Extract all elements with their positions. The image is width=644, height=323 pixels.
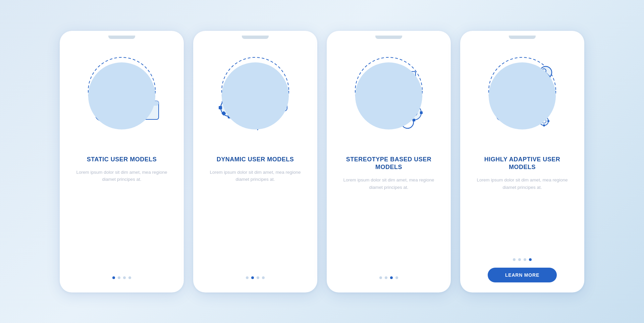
dot-4 bbox=[128, 276, 131, 279]
card-desc-highly-adaptive: Lorem ipsum dolor sit dim amet, mea regi… bbox=[460, 176, 584, 251]
illustration-highly-adaptive bbox=[460, 39, 584, 153]
illustration-static: <i> bbox=[60, 39, 184, 153]
dots-dynamic bbox=[246, 276, 265, 279]
svg-rect-21 bbox=[219, 106, 222, 109]
phone-notch-3 bbox=[375, 36, 402, 39]
phone-notch-2 bbox=[242, 36, 269, 39]
card-title-highly-adaptive: HIGHLY ADAPTIVE USER MODELS bbox=[460, 156, 584, 171]
blue-circle-4 bbox=[489, 62, 556, 129]
phone-notch-1 bbox=[108, 36, 135, 39]
dot-3 bbox=[524, 258, 526, 261]
svg-rect-79 bbox=[543, 124, 545, 126]
dot-1 bbox=[513, 258, 516, 261]
card-dynamic: i bbox=[193, 31, 317, 292]
dot-2 bbox=[518, 258, 521, 261]
card-static: <i> STATIC USER MODELS Lorem ipsum dolor… bbox=[60, 31, 184, 292]
dot-4 bbox=[395, 276, 398, 279]
card-title-stereotype: STEREOTYPE BASED USER MODELS bbox=[327, 156, 451, 171]
dots-static bbox=[112, 276, 131, 279]
card-desc-stereotype: Lorem ipsum dolor sit dim amet, mea regi… bbox=[327, 176, 451, 269]
dot-3 bbox=[390, 276, 393, 279]
dot-1 bbox=[379, 276, 382, 279]
blue-circle-3 bbox=[355, 62, 422, 129]
card-title-dynamic: DYNAMIC USER MODELS bbox=[207, 156, 304, 163]
illustration-stereotype bbox=[327, 39, 451, 153]
dot-1 bbox=[246, 276, 249, 279]
cards-container: <i> STATIC USER MODELS Lorem ipsum dolor… bbox=[46, 17, 598, 306]
dot-2 bbox=[118, 276, 120, 279]
dot-3 bbox=[123, 276, 126, 279]
learn-more-button[interactable]: LEARN MORE bbox=[488, 268, 557, 282]
svg-rect-80 bbox=[547, 120, 549, 122]
illustration-dynamic: i bbox=[193, 39, 317, 153]
card-title-static: STATIC USER MODELS bbox=[77, 156, 167, 163]
dot-2 bbox=[385, 276, 387, 279]
svg-rect-55 bbox=[420, 111, 423, 114]
blue-circle-1 bbox=[88, 62, 155, 129]
dots-highly-adaptive bbox=[513, 258, 532, 261]
card-desc-dynamic: Lorem ipsum dolor sit dim amet, mea regi… bbox=[193, 169, 317, 270]
card-highly-adaptive: HIGHLY ADAPTIVE USER MODELS Lorem ipsum … bbox=[460, 31, 584, 292]
dots-stereotype bbox=[379, 276, 398, 279]
card-stereotype: STEREOTYPE BASED USER MODELS Lorem ipsum… bbox=[327, 31, 451, 292]
blue-circle-2 bbox=[222, 62, 289, 129]
card-desc-static: Lorem ipsum dolor sit dim amet, mea regi… bbox=[60, 169, 184, 270]
dot-4 bbox=[529, 258, 532, 261]
dot-4 bbox=[262, 276, 265, 279]
dot-1 bbox=[112, 276, 115, 279]
dot-2 bbox=[251, 276, 254, 279]
phone-notch-4 bbox=[509, 36, 536, 39]
dot-3 bbox=[257, 276, 259, 279]
